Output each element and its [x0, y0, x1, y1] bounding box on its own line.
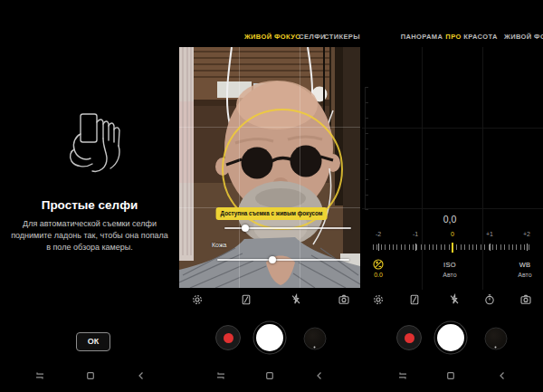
grid-line: [362, 208, 543, 209]
record-button[interactable]: [396, 325, 422, 350]
record-dot: [405, 333, 414, 343]
home-icon[interactable]: [445, 369, 457, 381]
blur-slider-knob[interactable]: [242, 225, 249, 232]
focus-ruler: [365, 87, 366, 210]
gallery-thumbnail[interactable]: [304, 328, 327, 350]
settings-gear-icon[interactable]: [191, 293, 204, 306]
tutorial-title: Простые селфи: [0, 198, 180, 212]
wb-label[interactable]: WB: [519, 261, 531, 269]
tab-stickers[interactable]: СТИКЕРЫ: [324, 33, 360, 41]
gallery-glint: [495, 347, 497, 349]
skin-slider-knob[interactable]: [269, 256, 276, 263]
grid-line: [362, 128, 543, 129]
exposure-value: 0.0: [374, 272, 383, 278]
camera-switch-icon[interactable]: [338, 293, 350, 306]
grid-line: [422, 47, 423, 290]
tutorial-body: Для автоматической съемки селфи поднимит…: [9, 218, 170, 253]
tab-selfie[interactable]: СЕЛФИ: [299, 33, 325, 41]
back-icon[interactable]: [314, 369, 326, 381]
home-icon[interactable]: [264, 369, 276, 381]
tab-panorama[interactable]: ПАНОРАМА: [401, 33, 443, 41]
scale-plus2: +2: [523, 231, 530, 237]
gallery-glint: [314, 347, 316, 349]
recents-icon[interactable]: [215, 369, 227, 381]
recents-icon[interactable]: [34, 369, 46, 381]
tab-live-focus[interactable]: ЖИВОЙ ФОКУС: [244, 33, 300, 41]
effects-square-slash-icon[interactable]: [240, 293, 252, 306]
gallery-thumbnail[interactable]: [485, 328, 508, 350]
scale-zero: 0: [451, 231, 454, 237]
ev-ruler[interactable]: [373, 243, 532, 253]
back-icon[interactable]: [497, 369, 509, 381]
timer-icon[interactable]: [483, 293, 496, 306]
home-icon[interactable]: [85, 369, 97, 381]
scale-minus1: -1: [413, 231, 418, 237]
flash-off-icon[interactable]: [290, 293, 302, 306]
scale-minus2: -2: [376, 231, 381, 237]
recents-icon[interactable]: [397, 369, 409, 381]
record-dot: [224, 333, 233, 343]
effects-square-slash-icon[interactable]: [408, 293, 421, 306]
ev-readout: 0,0: [443, 214, 457, 225]
skin-slider[interactable]: [217, 259, 349, 261]
tab-live-focus-pro[interactable]: ЖИВОЙ ФОКУС: [504, 33, 543, 41]
iso-label[interactable]: ISO: [443, 261, 456, 269]
hand-phone-illustration: [47, 111, 130, 182]
tutorial-panel: Простые селфи Для автоматической съемки …: [0, 0, 179, 392]
shutter-button[interactable]: [437, 324, 464, 351]
settings-gear-icon[interactable]: [372, 293, 385, 306]
skin-slider-label: Кожа: [212, 242, 226, 248]
back-icon[interactable]: [136, 369, 148, 381]
flash-off-icon[interactable]: [448, 293, 461, 306]
ok-button[interactable]: ОК: [76, 332, 110, 351]
camera-switch-icon[interactable]: [519, 293, 532, 306]
tab-pro[interactable]: ПРО: [445, 33, 461, 41]
camera-app-composite: Простые селфи Для автоматической съемки …: [0, 0, 543, 392]
record-button[interactable]: [215, 325, 241, 350]
exposure-plus-minus-icon[interactable]: [372, 258, 385, 271]
blur-slider[interactable]: [224, 227, 351, 229]
shutter-button[interactable]: [256, 324, 283, 351]
live-focus-badge: Доступна съемка с живым фокусом: [216, 207, 328, 220]
grid-line: [482, 47, 483, 290]
wb-value[interactable]: Авто: [518, 272, 531, 278]
tab-beauty[interactable]: КРАСОТА: [463, 33, 498, 41]
scale-plus1: +1: [486, 231, 493, 237]
iso-value[interactable]: Авто: [443, 272, 456, 278]
